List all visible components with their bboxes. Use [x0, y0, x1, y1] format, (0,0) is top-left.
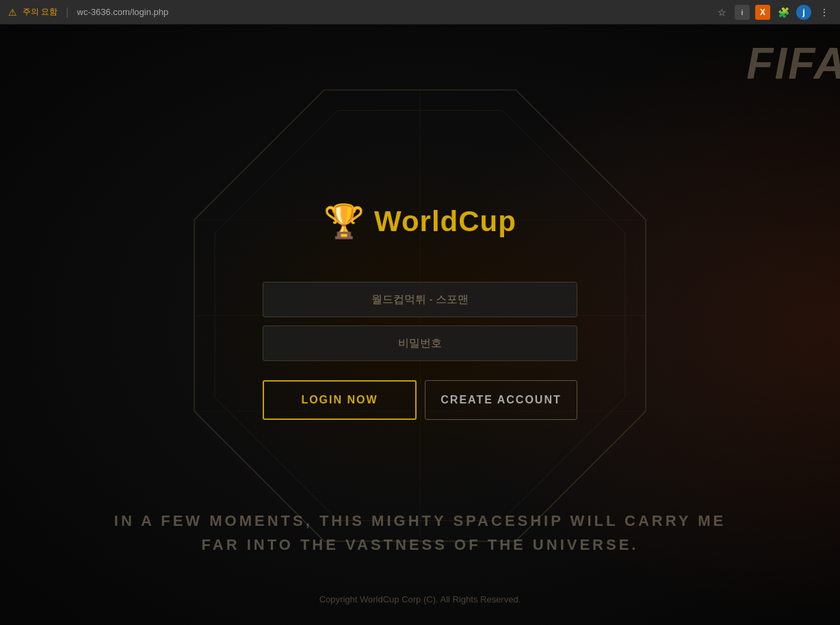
trophy-icon: 🏆	[324, 202, 365, 241]
extension-icon[interactable]: X	[755, 5, 770, 20]
create-account-button[interactable]: CREATE ACCOUNT	[425, 380, 577, 420]
warning-icon: ⚠	[8, 7, 17, 18]
warning-text: 주의 요함	[23, 6, 57, 18]
username-input[interactable]	[263, 282, 577, 317]
login-form-container: 🏆 WorldCup LOGIN NOW CREATE ACCOUNT	[263, 202, 577, 420]
browser-icons: ☆ i X 🧩 j ⋮	[714, 5, 832, 20]
browser-chrome: ⚠ 주의 요함 | wc-3636.com/login.php ☆ i X 🧩 …	[0, 0, 840, 25]
form-fields	[263, 282, 577, 361]
main-content: FIFA 🏆 WorldCup LOGIN NOW CR	[0, 25, 840, 625]
copyright-text: Copyright WorldCup Corp (C). All Rights …	[0, 594, 840, 604]
user-avatar[interactable]: j	[796, 5, 811, 20]
buttons-row: LOGIN NOW CREATE ACCOUNT	[263, 380, 577, 420]
password-input[interactable]	[263, 325, 577, 361]
login-button[interactable]: LOGIN NOW	[263, 380, 417, 420]
fifa-watermark: FIFA	[746, 38, 840, 89]
tagline-line1: IN A FEW MOMENTS, THIS MIGHTY SPACESHIP …	[0, 509, 840, 533]
logo-area: 🏆 WorldCup	[324, 202, 516, 241]
more-menu-icon[interactable]: ⋮	[817, 5, 832, 20]
bookmark-icon[interactable]: ☆	[714, 5, 729, 20]
browser-url[interactable]: wc-3636.com/login.php	[77, 7, 169, 17]
tagline-line2: FAR INTO THE VASTNESS OF THE UNIVERSE.	[0, 533, 840, 557]
browser-divider: |	[66, 6, 68, 18]
info-button[interactable]: i	[735, 5, 750, 20]
puzzle-icon[interactable]: 🧩	[776, 5, 791, 20]
tagline: IN A FEW MOMENTS, THIS MIGHTY SPACESHIP …	[0, 509, 840, 557]
site-title: WorldCup	[374, 205, 516, 238]
